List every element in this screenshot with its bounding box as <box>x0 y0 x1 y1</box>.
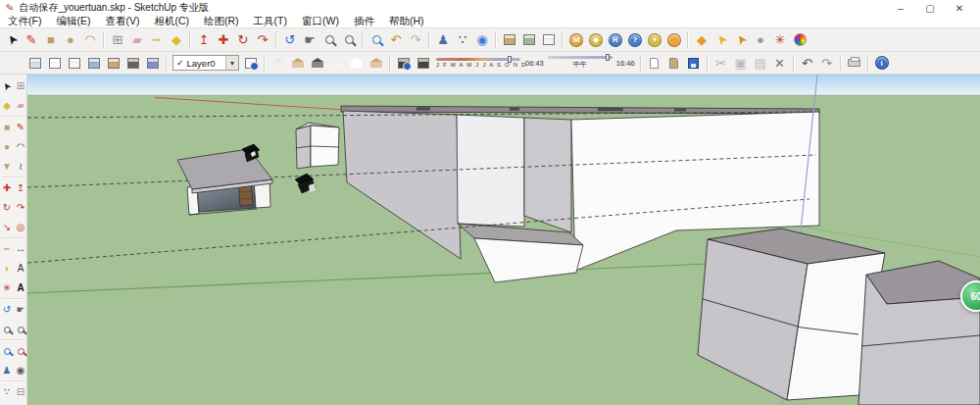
component-cursor-button-button[interactable]: ➤ <box>711 30 731 50</box>
model-canvas[interactable] <box>27 75 980 405</box>
close-button[interactable]: ✕ <box>945 3 974 14</box>
get-current-view-button-button[interactable] <box>500 30 519 50</box>
style-monochrome-button[interactable] <box>123 53 143 73</box>
view-iso-button[interactable] <box>269 53 288 73</box>
time-slider-handle[interactable] <box>606 54 610 61</box>
redo-button-button[interactable]: ↷ <box>817 53 837 73</box>
rotate-tool-button[interactable]: ↻ <box>0 198 14 218</box>
plugin-badge-dot-button[interactable] <box>664 30 684 50</box>
menu-item[interactable]: 查看(V) <box>105 15 139 28</box>
rectangle-tool-button[interactable]: ■ <box>0 118 14 137</box>
open-file-button-button[interactable] <box>664 53 684 73</box>
paste-button-button[interactable]: ▤ <box>751 53 770 73</box>
delete-button-button[interactable]: ✕ <box>770 53 790 73</box>
model-info-button-button[interactable]: i <box>872 53 892 73</box>
menu-item[interactable]: 插件 <box>354 15 374 28</box>
building-column-face[interactable] <box>524 118 571 232</box>
zoom-extents-tool-button[interactable] <box>367 30 386 50</box>
position-camera-tool-button[interactable]: ♟ <box>0 361 14 380</box>
offset-tool-button[interactable]: ◎ <box>14 218 27 237</box>
view-back-button[interactable] <box>347 53 367 73</box>
stacked-cubes-model[interactable] <box>296 123 339 169</box>
view-top-button[interactable] <box>288 53 308 73</box>
make-component-tool-button[interactable]: ⊞ <box>14 76 27 96</box>
scale-tool-button[interactable]: ↘ <box>0 218 14 237</box>
style-hidden-line-button[interactable] <box>65 53 84 73</box>
tape-measure-tool-button[interactable]: ┉ <box>147 30 167 50</box>
follow-me-tool-button[interactable]: ↷ <box>14 198 27 218</box>
move-tool-button[interactable]: ✚ <box>214 30 233 50</box>
sphere-tool-button-button[interactable]: ● <box>751 30 770 50</box>
layer-dropdown-button[interactable]: ✓Layer0▾ <box>171 53 241 73</box>
menu-item[interactable]: 工具(T) <box>254 15 287 28</box>
menu-item[interactable]: 相机(C) <box>154 15 189 28</box>
chevron-down-icon[interactable]: ▾ <box>225 56 238 70</box>
menu-item[interactable]: 绘图(R) <box>204 15 239 28</box>
color-wheel-button-button[interactable] <box>790 30 809 50</box>
building-recess-face[interactable] <box>457 115 524 227</box>
plugin-badge-help-button[interactable]: ? <box>625 30 645 50</box>
menu-item[interactable]: 编辑(E) <box>56 15 90 28</box>
dimension-tool-button[interactable]: ↔ <box>14 239 27 259</box>
position-camera-tool-button[interactable]: ♟ <box>433 30 453 50</box>
style-xray-button[interactable] <box>25 53 45 73</box>
3d-viewport[interactable]: 60 <box>27 75 980 405</box>
view-front-button[interactable] <box>308 53 327 73</box>
menu-item[interactable]: 窗口(W) <box>302 15 339 28</box>
move-tool-button[interactable]: ✚ <box>0 178 14 198</box>
zoom-tool-button[interactable] <box>319 30 339 50</box>
shadow-date-slider-button[interactable]: J F M A M J J A S O N D <box>433 53 523 73</box>
paint-bucket-tool-button[interactable]: ◆ <box>167 30 186 50</box>
paste-cursor-button-button[interactable]: ➤ <box>731 30 751 50</box>
zoom-window-tool-button[interactable] <box>14 320 27 339</box>
eraser-tool-button[interactable]: ▰ <box>14 96 27 116</box>
arc-tool-button[interactable]: ◠ <box>14 137 27 157</box>
maximize-button[interactable]: ▢ <box>915 3 945 14</box>
pan-tool-button[interactable]: ☛ <box>14 300 27 320</box>
corner-box-model[interactable] <box>858 261 980 405</box>
3d-text-tool-button[interactable]: A <box>14 278 27 298</box>
shadow-toggle-button-button[interactable] <box>414 53 433 73</box>
push-pull-tool-button[interactable]: ↥ <box>194 30 214 50</box>
layer-manager-button-button[interactable] <box>241 53 261 73</box>
warehouse-button-button[interactable]: ◆ <box>692 30 711 50</box>
save-file-button-button[interactable] <box>684 53 704 73</box>
undo-button-button[interactable]: ↶ <box>798 53 817 73</box>
circle-tool-button[interactable]: ● <box>61 30 80 50</box>
photo-textures-button-button[interactable] <box>539 30 559 50</box>
shadow-time-start-button[interactable]: 06:43 <box>523 53 546 73</box>
view-right-button[interactable] <box>327 53 347 73</box>
next-view-button-button[interactable]: ↷ <box>406 30 425 50</box>
burst-tool-button-button[interactable]: ✳ <box>770 30 790 50</box>
polygon-tool-button[interactable]: ▼ <box>0 157 14 177</box>
zoom-extents-tool-button[interactable] <box>0 341 14 361</box>
section-plane-tool-button[interactable]: ⊟ <box>14 382 27 402</box>
line-tool-button[interactable]: ✎ <box>14 118 27 137</box>
print-button-button[interactable] <box>845 53 864 73</box>
copy-button-button[interactable]: ▣ <box>731 53 751 73</box>
circle-tool-button[interactable]: ● <box>0 137 14 157</box>
rectangle-tool-button[interactable]: ■ <box>41 30 61 50</box>
style-shaded-textures-button[interactable] <box>104 53 123 73</box>
text-tool-button[interactable]: A <box>14 259 27 278</box>
shadow-time-slider-button[interactable]: 中午 <box>546 53 614 73</box>
plugin-badge-r-button[interactable]: R <box>606 30 625 50</box>
cut-button-button[interactable]: ✂ <box>711 53 731 73</box>
protractor-tool-button[interactable]: ◗ <box>0 259 14 278</box>
previous-view-button-button[interactable]: ↶ <box>386 30 406 50</box>
rotate-tool-button[interactable]: ↻ <box>233 30 253 50</box>
zoom-tool-button[interactable] <box>0 320 14 339</box>
plugin-badge-pin-button[interactable]: ◆ <box>586 30 606 50</box>
date-slider-handle[interactable] <box>508 56 512 63</box>
toggle-terrain-button-button[interactable] <box>519 30 539 50</box>
menu-item[interactable]: 文件(F) <box>8 15 41 28</box>
view-left-button[interactable] <box>367 53 386 73</box>
style-back-edges-button[interactable] <box>143 53 163 73</box>
new-file-button-button[interactable] <box>645 53 664 73</box>
paint-bucket-tool-button[interactable]: ◆ <box>0 96 14 116</box>
orbit-tool-button[interactable]: ↺ <box>280 30 300 50</box>
arc-tool-button[interactable]: ◠ <box>80 30 100 50</box>
select-tool-button[interactable]: ➤ <box>2 30 22 50</box>
previous-view-tool-button[interactable] <box>14 341 27 361</box>
shadow-time-end-button[interactable]: 16:46 <box>614 53 637 73</box>
